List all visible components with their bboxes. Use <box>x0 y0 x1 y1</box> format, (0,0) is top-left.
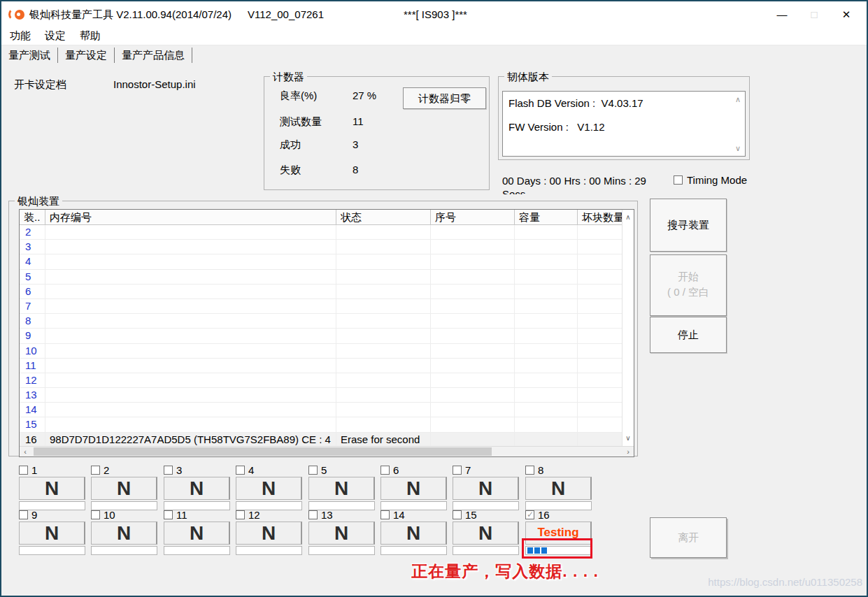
column-header-0[interactable]: 装.. <box>20 210 45 224</box>
maximize-button[interactable]: □ <box>798 1 830 28</box>
table-cell: 98D7D7D1D122227A7AD5D5 (TH58TVG7S2FBA89)… <box>45 433 336 447</box>
table-row[interactable]: 13 <box>20 388 622 403</box>
scroll-down-icon[interactable]: ∨ <box>733 143 743 153</box>
slot-6: 6N <box>380 464 453 512</box>
minimize-button[interactable]: — <box>766 1 798 28</box>
scrollbar-thumb[interactable] <box>34 447 492 456</box>
slot-1: 1N <box>19 464 91 512</box>
slot-checkbox-13[interactable] <box>308 510 318 519</box>
slot-state-box: N <box>380 522 447 545</box>
slot-head: 3 <box>164 464 182 475</box>
slot-state-box: N <box>308 477 375 500</box>
table-row[interactable]: 11 <box>20 359 622 373</box>
menu-item-2[interactable]: 帮助 <box>74 28 106 44</box>
table-cell <box>578 270 622 284</box>
slot-state-box: N <box>453 477 519 500</box>
table-row[interactable]: 2 <box>20 225 622 240</box>
column-header-5[interactable]: 坏块数量 <box>578 210 622 224</box>
slot-head: 5 <box>308 464 327 475</box>
slot-checkbox-12[interactable] <box>236 510 245 519</box>
table-cell <box>578 344 622 358</box>
slot-checkbox-11[interactable] <box>164 510 173 519</box>
slot-head: 16 <box>525 509 550 520</box>
tab-0[interactable]: 量产测试 <box>1 49 57 62</box>
table-cell <box>431 285 515 298</box>
counter-group: 计数器 良率(%)27 %测试数量11成功3失败8 计数器归零 <box>264 76 490 190</box>
slot-state-box: N <box>236 477 302 500</box>
slot-checkbox-4[interactable] <box>236 466 245 475</box>
timing-mode-checkbox[interactable] <box>674 175 683 185</box>
slot-head: 10 <box>91 509 115 520</box>
table-row[interactable]: 3 <box>20 240 622 254</box>
stop-button[interactable]: 停止 <box>650 317 727 353</box>
table-cell: 2 <box>20 225 45 239</box>
vertical-scrollbar[interactable]: ∧ ∨ <box>622 210 634 446</box>
table-row[interactable]: 4 <box>20 254 622 269</box>
table-cell <box>578 225 622 239</box>
slot-checkbox-9[interactable] <box>19 510 28 519</box>
table-cell: 14 <box>20 403 45 417</box>
counter-legend: 计数器 <box>270 71 307 84</box>
table-cell <box>515 417 578 431</box>
column-header-3[interactable]: 序号 <box>431 210 515 224</box>
start-button[interactable]: 开始 ( 0 / 空白 <box>650 254 727 316</box>
firmware-version-box: Flash DB Version : V4.03.17FW Version : … <box>502 91 746 157</box>
tab-2[interactable]: 量产产品信息 <box>115 49 192 62</box>
slot-checkbox-3[interactable] <box>164 466 173 475</box>
watermark: https://blog.csdn.net/u011350258 <box>708 576 862 588</box>
table-cell <box>336 270 431 284</box>
table-row[interactable]: 10 <box>20 344 622 359</box>
scroll-up-icon[interactable]: ∧ <box>622 211 634 224</box>
table-cell <box>515 240 578 254</box>
slot-grid: 1N2N3N4N5N6N7N8N9N10N11N12N13N14N15N16Te… <box>19 463 601 559</box>
menu-item-1[interactable]: 设定 <box>39 28 71 44</box>
table-row[interactable]: 14 <box>20 403 622 417</box>
column-header-4[interactable]: 容量 <box>515 210 578 224</box>
device-table-header: 装..内存编号状态序号容量坏块数量 <box>20 210 622 225</box>
counter-value: 11 <box>353 115 364 127</box>
slot-checkbox-1[interactable] <box>19 466 28 475</box>
slot-checkbox-7[interactable] <box>453 466 462 475</box>
table-row[interactable]: 8 <box>20 314 622 329</box>
slot-checkbox-6[interactable] <box>380 466 390 475</box>
table-cell <box>336 285 431 298</box>
column-header-1[interactable]: 内存编号 <box>45 210 336 224</box>
slot-number: 4 <box>248 464 254 476</box>
slot-16: 16Testing <box>525 509 597 556</box>
table-row[interactable]: 15 <box>20 417 622 432</box>
scroll-right-icon[interactable]: › <box>622 447 634 456</box>
table-cell <box>578 403 622 417</box>
counter-reset-button[interactable]: 计数器归零 <box>403 87 486 109</box>
slot-checkbox-10[interactable] <box>91 510 100 519</box>
table-row[interactable]: 12 <box>20 373 622 388</box>
close-button[interactable]: ✕ <box>830 1 862 28</box>
table-row[interactable]: 6 <box>20 285 622 299</box>
slot-number: 16 <box>538 509 550 521</box>
slot-progress-bar <box>164 546 230 555</box>
counter-row: 成功3 <box>280 138 483 152</box>
slot-checkbox-2[interactable] <box>91 466 100 475</box>
window-title-version: V112_00_07261 <box>248 8 324 20</box>
table-row[interactable]: 1698D7D7D1D122227A7AD5D5 (TH58TVG7S2FBA8… <box>20 433 622 447</box>
horizontal-scrollbar[interactable]: ‹ › <box>20 446 634 456</box>
table-row[interactable]: 5 <box>20 270 622 285</box>
slot-checkbox-15[interactable] <box>453 510 462 519</box>
slot-checkbox-16[interactable] <box>525 510 534 519</box>
menu-item-0[interactable]: 功能 <box>4 28 36 44</box>
table-cell <box>336 225 431 239</box>
table-row[interactable]: 9 <box>20 329 622 343</box>
table-row[interactable]: 7 <box>20 299 622 314</box>
tab-bar: 量产测试量产设定量产产品信息 <box>1 45 867 65</box>
exit-button[interactable]: 离开 <box>650 517 727 558</box>
slot-checkbox-8[interactable] <box>525 466 534 475</box>
tab-1[interactable]: 量产设定 <box>58 49 114 62</box>
search-devices-button[interactable]: 搜寻装置 <box>650 199 727 252</box>
slot-checkbox-14[interactable] <box>380 510 390 519</box>
scroll-left-icon[interactable]: ‹ <box>20 447 31 456</box>
column-header-2[interactable]: 状态 <box>336 210 431 224</box>
scroll-down-icon[interactable]: ∨ <box>622 432 634 445</box>
counter-row: 失败8 <box>280 164 483 178</box>
slot-checkbox-5[interactable] <box>308 466 318 475</box>
table-cell <box>336 254 431 268</box>
scroll-up-icon[interactable]: ∧ <box>733 94 743 104</box>
